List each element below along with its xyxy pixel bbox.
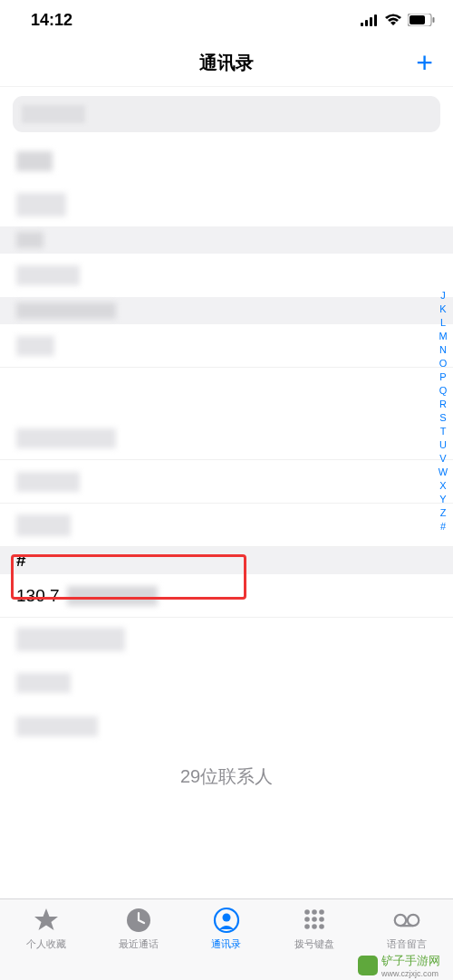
- svg-point-11: [312, 909, 317, 915]
- index-letter[interactable]: Q: [439, 385, 448, 396]
- list-item[interactable]: [0, 705, 453, 748]
- svg-point-19: [395, 915, 406, 926]
- section-header: [0, 226, 453, 254]
- list-item[interactable]: [0, 324, 453, 368]
- index-letter[interactable]: O: [439, 358, 448, 369]
- svg-rect-2: [370, 17, 372, 26]
- index-letter[interactable]: T: [440, 426, 447, 437]
- svg-point-9: [222, 914, 230, 922]
- watermark-url: www.czjxjc.com: [381, 969, 440, 978]
- watermark-text: 铲子手游网: [381, 953, 440, 969]
- star-icon: [33, 907, 60, 934]
- contacts-count: 29位联系人: [0, 764, 453, 789]
- svg-rect-3: [374, 14, 377, 26]
- tab-recents[interactable]: 最近通话: [119, 907, 159, 980]
- clock-icon: [125, 907, 152, 934]
- keypad-icon: [301, 907, 328, 934]
- tab-label: 最近通话: [119, 937, 159, 951]
- svg-rect-0: [361, 23, 363, 26]
- tab-contacts[interactable]: 通讯录: [211, 907, 241, 980]
- index-letter[interactable]: R: [439, 399, 447, 409]
- list-item[interactable]: [0, 417, 453, 460]
- signal-icon: [361, 14, 379, 26]
- list-item[interactable]: [0, 460, 453, 504]
- section-header: [0, 297, 453, 324]
- index-letter[interactable]: K: [439, 303, 446, 314]
- wifi-icon: [384, 14, 402, 26]
- tab-label: 语音留言: [387, 937, 427, 951]
- svg-point-15: [319, 917, 324, 922]
- tab-label: 通讯录: [211, 937, 241, 951]
- list-item[interactable]: [0, 661, 453, 705]
- index-letter[interactable]: L: [440, 317, 446, 328]
- list-item[interactable]: [0, 183, 453, 226]
- svg-point-17: [312, 924, 317, 929]
- list-item-highlighted[interactable]: 130 7: [0, 574, 453, 618]
- svg-point-20: [408, 915, 419, 926]
- index-letter[interactable]: P: [439, 371, 446, 382]
- list-item[interactable]: [0, 139, 453, 183]
- status-bar: 14:12: [0, 0, 453, 40]
- add-contact-button[interactable]: +: [416, 46, 433, 80]
- svg-point-12: [319, 909, 324, 915]
- index-letter[interactable]: Z: [440, 507, 447, 518]
- index-letter[interactable]: W: [439, 466, 448, 477]
- index-letter[interactable]: Y: [439, 494, 446, 504]
- search-placeholder-blur: [22, 105, 85, 123]
- index-letter[interactable]: N: [439, 344, 447, 355]
- watermark-logo-icon: [358, 956, 378, 975]
- index-letter[interactable]: #: [440, 521, 446, 532]
- index-letter[interactable]: V: [439, 453, 446, 464]
- search-input[interactable]: [13, 96, 440, 132]
- tab-label: 个人收藏: [26, 937, 66, 951]
- status-time: 14:12: [31, 11, 72, 30]
- tab-label: 拨号键盘: [294, 937, 334, 951]
- svg-rect-6: [433, 17, 435, 23]
- nav-bar: 通讯录 +: [0, 40, 453, 87]
- voicemail-icon: [393, 907, 420, 934]
- watermark: 铲子手游网 www.czjxjc.com: [358, 953, 440, 978]
- contact-icon: [213, 907, 240, 934]
- tab-keypad[interactable]: 拨号键盘: [294, 907, 334, 980]
- section-header-hash: #: [0, 547, 453, 574]
- contacts-list[interactable]: # 130 7 29位联系人: [0, 139, 453, 789]
- battery-icon: [408, 14, 435, 26]
- list-item[interactable]: [0, 504, 453, 547]
- index-letter[interactable]: M: [439, 331, 447, 341]
- index-letter[interactable]: S: [439, 412, 446, 423]
- svg-point-13: [304, 917, 310, 922]
- svg-rect-5: [410, 15, 425, 24]
- index-letter[interactable]: X: [439, 480, 446, 491]
- svg-point-10: [304, 909, 310, 915]
- index-letter[interactable]: J: [440, 290, 446, 301]
- svg-point-16: [304, 924, 310, 929]
- list-item[interactable]: [0, 254, 453, 297]
- svg-point-14: [312, 917, 317, 922]
- status-icons: [361, 14, 435, 26]
- alphabet-index[interactable]: JKLMNOPQRSTUVWXYZ#: [435, 290, 451, 532]
- index-letter[interactable]: U: [439, 439, 447, 450]
- page-title: 通讯录: [199, 51, 254, 75]
- contact-number: 130 7: [16, 586, 158, 606]
- tab-favorites[interactable]: 个人收藏: [26, 907, 66, 980]
- list-item[interactable]: [0, 368, 453, 417]
- list-item[interactable]: [0, 618, 453, 661]
- svg-point-18: [319, 924, 324, 929]
- svg-rect-1: [365, 20, 368, 26]
